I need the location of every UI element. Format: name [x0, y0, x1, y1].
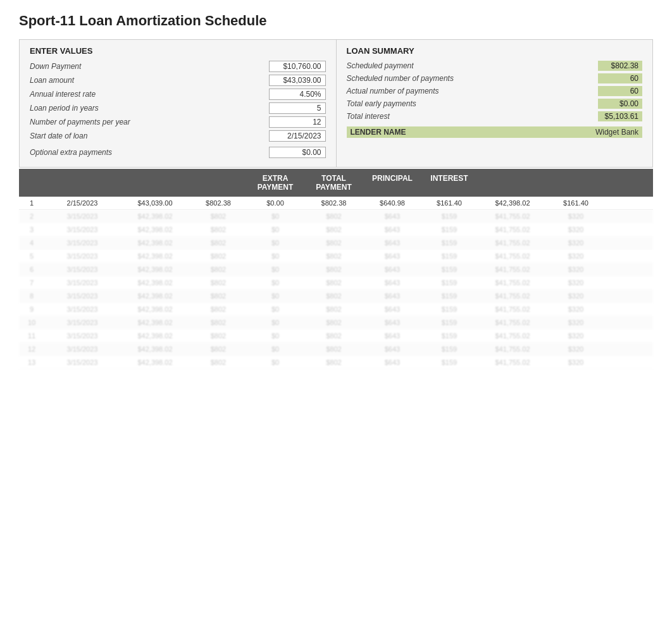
- td-principal: $643: [364, 225, 421, 234]
- summary-value-3: $0.00: [598, 99, 642, 109]
- td-balance: $42,398.02: [120, 278, 190, 287]
- td-extra: $0: [247, 238, 304, 247]
- td-balance: $42,398.02: [120, 345, 190, 353]
- enter-values-panel: ENTER VALUES Down Payment$10,760.00Loan …: [20, 40, 337, 167]
- enter-field-label-1: Loan amount: [30, 76, 74, 85]
- table-row: 12/15/2023$43,039.00$802.38$0.00$802.38$…: [19, 197, 653, 210]
- td-principal: $643: [364, 345, 421, 353]
- enter-field-value-2[interactable]: 4.50%: [269, 89, 326, 100]
- td-date: 3/15/2023: [44, 345, 120, 353]
- td-interest: $159: [421, 305, 478, 314]
- td-extra: $0: [247, 212, 304, 221]
- td-balance: $42,398.02: [120, 252, 190, 261]
- td-num: 12: [19, 345, 44, 353]
- td-extra: $0: [247, 265, 304, 274]
- table-row: 73/15/2023$42,398.02$802$0$802$643$159$4…: [19, 276, 653, 290]
- td-cum_interest: $320: [547, 331, 604, 340]
- td-interest: $159: [421, 292, 478, 300]
- td-principal: $643: [364, 318, 421, 327]
- page-title: Sport-11 Loan Amortization Schedule: [19, 13, 653, 29]
- enter-field-label-0: Down Payment: [30, 62, 81, 71]
- td-total: $802: [304, 292, 364, 300]
- td-num: 4: [19, 238, 44, 247]
- td-total: $802: [304, 318, 364, 327]
- enter-values-field-row-4: Number of payments per year12: [30, 116, 326, 128]
- enter-field-value-5[interactable]: 2/15/2023: [269, 130, 326, 142]
- td-cum_balance: $41,755.02: [478, 225, 547, 234]
- td-cum_balance: $41,755.02: [478, 292, 547, 300]
- loan-summary-field-row-4: Total interest$5,103.61: [347, 111, 643, 121]
- td-principal: $643: [364, 212, 421, 221]
- summary-label-4: Total interest: [347, 112, 390, 121]
- th-total: TOTAL PAYMENT: [304, 173, 364, 193]
- td-total: $802: [304, 358, 364, 367]
- td-scheduled: $802: [190, 292, 247, 300]
- td-principal: $643: [364, 265, 421, 274]
- td-interest: $159: [421, 212, 478, 221]
- th-date: [44, 173, 120, 193]
- loan-summary-field-row-2: Actual number of payments60: [347, 86, 643, 96]
- td-num: 9: [19, 305, 44, 314]
- td-cum_interest: $320: [547, 358, 604, 367]
- table-row: 123/15/2023$42,398.02$802$0$802$643$159$…: [19, 343, 653, 356]
- td-principal: $643: [364, 358, 421, 367]
- enter-field-value-0[interactable]: $10,760.00: [269, 61, 326, 72]
- th-principal: PRINCIPAL: [364, 173, 421, 193]
- td-cum_balance: $41,755.02: [478, 331, 547, 340]
- th-balance: [120, 173, 190, 193]
- td-date: 3/15/2023: [44, 212, 120, 221]
- td-balance: $42,398.02: [120, 238, 190, 247]
- td-interest: $161.40: [421, 199, 478, 207]
- summary-label-1: Scheduled number of payments: [347, 74, 454, 83]
- td-principal: $643: [364, 238, 421, 247]
- summary-value-2: 60: [598, 86, 642, 96]
- loan-summary-field-row-1: Scheduled number of payments60: [347, 73, 643, 83]
- enter-field-value-1[interactable]: $43,039.00: [269, 75, 326, 86]
- table-header-row: EXTRA PAYMENT TOTAL PAYMENT PRINCIPAL IN…: [19, 169, 653, 197]
- optional-payments-value[interactable]: $0.00: [269, 147, 326, 158]
- td-principal: $640.98: [364, 199, 421, 207]
- td-cum_interest: $320: [547, 278, 604, 287]
- loan-summary-panel: LOAN SUMMARY Scheduled payment$802.38Sch…: [337, 40, 653, 167]
- td-cum_balance: $41,755.02: [478, 358, 547, 367]
- td-date: 3/15/2023: [44, 292, 120, 300]
- td-cum_interest: $320: [547, 292, 604, 300]
- td-interest: $159: [421, 318, 478, 327]
- enter-values-field-row-0: Down Payment$10,760.00: [30, 61, 326, 72]
- td-extra: $0: [247, 252, 304, 261]
- td-scheduled: $802: [190, 278, 247, 287]
- td-cum_balance: $41,755.02: [478, 212, 547, 221]
- th-num: [19, 173, 44, 193]
- td-total: $802: [304, 331, 364, 340]
- td-total: $802: [304, 225, 364, 234]
- lender-row: LENDER NAME Widget Bank: [347, 126, 643, 138]
- td-cum_balance: $42,398.02: [478, 199, 547, 207]
- td-cum_balance: $41,755.02: [478, 238, 547, 247]
- loan-summary-field-row-0: Scheduled payment$802.38: [347, 61, 643, 71]
- td-scheduled: $802: [190, 238, 247, 247]
- th-extra: EXTRA PAYMENT: [247, 173, 304, 193]
- enter-field-value-4[interactable]: 12: [269, 116, 326, 128]
- summary-value-4: $5,103.61: [598, 111, 642, 121]
- td-balance: $42,398.02: [120, 292, 190, 300]
- th-interest: INTEREST: [421, 173, 478, 193]
- table-row: 113/15/2023$42,398.02$802$0$802$643$159$…: [19, 329, 653, 343]
- td-scheduled: $802: [190, 345, 247, 353]
- td-cum_balance: $41,755.02: [478, 265, 547, 274]
- enter-field-value-3[interactable]: 5: [269, 102, 326, 114]
- td-cum_interest: $320: [547, 212, 604, 221]
- td-extra: $0.00: [247, 199, 304, 207]
- enter-values-header: ENTER VALUES: [30, 46, 326, 56]
- td-cum_interest: $320: [547, 265, 604, 274]
- th-cum-balance: [478, 173, 547, 193]
- td-principal: $643: [364, 278, 421, 287]
- td-cum_interest: $320: [547, 225, 604, 234]
- td-num: 11: [19, 331, 44, 340]
- td-scheduled: $802: [190, 318, 247, 327]
- td-interest: $159: [421, 238, 478, 247]
- table-row: 43/15/2023$42,398.02$802$0$802$643$159$4…: [19, 237, 653, 250]
- summary-value-0: $802.38: [598, 61, 642, 71]
- td-num: 6: [19, 265, 44, 274]
- table-row: 133/15/2023$42,398.02$802$0$802$643$159$…: [19, 356, 653, 369]
- optional-payments-label: Optional extra payments: [30, 148, 112, 157]
